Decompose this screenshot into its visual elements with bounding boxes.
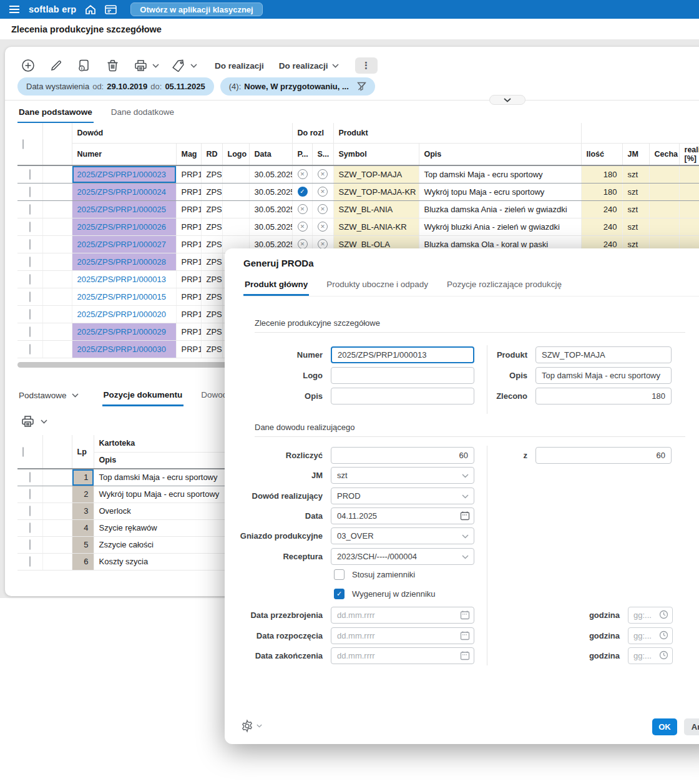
order-number-link[interactable]: 2025/ZPS/PRP1/000015 — [77, 292, 166, 301]
col-header-mag[interactable]: Mag — [176, 143, 201, 165]
col-header-cecha[interactable]: Cecha — [649, 143, 679, 165]
orders-tab[interactable]: Dane dodatkowe — [110, 105, 175, 124]
item-checkbox[interactable] — [29, 506, 31, 516]
order-number-link[interactable]: 2025/ZPS/PRP1/000030 — [77, 345, 166, 354]
jm-select[interactable]: szt — [331, 467, 474, 484]
gniazdo-select[interactable]: 03_OVER — [331, 527, 474, 544]
row-checkbox[interactable] — [29, 274, 31, 285]
stosuj-zamienniki-checkbox[interactable] — [334, 569, 345, 580]
order-number-link[interactable]: 2025/ZPS/PRP1/000020 — [77, 310, 166, 319]
more-actions-button[interactable]: ⋮ — [355, 57, 378, 74]
print-dropdown-chevron-icon[interactable] — [41, 419, 47, 424]
calendar-icon[interactable] — [460, 650, 470, 660]
col-header-s[interactable]: S... — [312, 143, 333, 165]
collapse-filters-button[interactable] — [489, 95, 525, 105]
z-input[interactable] — [535, 447, 672, 464]
row-checkbox[interactable] — [29, 344, 31, 355]
open-classic-app-button[interactable]: Otwórz w aplikacji klasycznej — [130, 2, 262, 16]
row-checkbox[interactable] — [29, 257, 31, 267]
item-checkbox[interactable] — [29, 522, 31, 533]
dialog-tab[interactable]: Produkty uboczne i odpady — [325, 277, 429, 296]
order-number-link[interactable]: 2025/ZPS/PRP1/000023 — [77, 170, 166, 179]
print-dropdown-chevron-icon[interactable] — [152, 64, 159, 68]
add-icon[interactable] — [19, 56, 37, 75]
duplicate-info-icon[interactable] — [75, 56, 94, 75]
lower-tab[interactable]: Pozycje dokumentu — [102, 388, 184, 406]
receptura-select[interactable]: 2023/SCH/----/000004 — [331, 548, 474, 565]
row-checkbox[interactable] — [29, 187, 31, 197]
col-header-numer[interactable]: Numer — [72, 143, 176, 165]
delete-icon[interactable] — [103, 56, 122, 75]
date-input[interactable] — [331, 607, 474, 624]
select-all-checkbox[interactable] — [22, 139, 24, 149]
col-header-lp[interactable]: Lp — [72, 435, 94, 469]
print-icon[interactable] — [131, 56, 150, 75]
order-row[interactable]: 2025/ZPS/PRP1/000026 PRP1 ZPS 30.05.2025… — [17, 218, 699, 235]
orders-tab[interactable]: Dane podstawowe — [17, 105, 94, 124]
produkt-opis-input[interactable] — [535, 367, 672, 384]
order-row[interactable]: 2025/ZPS/PRP1/000025 PRP1 ZPS 30.05.2025… — [17, 200, 699, 218]
col-header-realiz[interactable]: realiz [%] — [679, 143, 699, 165]
calendar-icon[interactable] — [460, 610, 470, 620]
row-checkbox[interactable] — [29, 292, 31, 302]
date-input[interactable] — [331, 627, 474, 644]
clock-icon[interactable] — [659, 610, 668, 619]
item-checkbox[interactable] — [29, 556, 31, 567]
order-number-link[interactable]: 2025/ZPS/PRP1/000013 — [77, 275, 166, 284]
tag-icon[interactable] — [169, 56, 188, 75]
news-panel-icon[interactable] — [105, 5, 117, 14]
clear-filter-icon[interactable] — [357, 82, 366, 91]
view-selector[interactable]: Podstawowe — [17, 388, 80, 406]
col-header-opis[interactable]: Opis — [419, 143, 581, 165]
dialog-tab[interactable]: Pozycje rozliczające produkcję — [446, 277, 563, 296]
dialog-settings-control[interactable] — [240, 719, 262, 733]
row-checkbox[interactable] — [29, 169, 31, 180]
cancel-button[interactable]: Anuluj — [684, 718, 699, 735]
clock-icon[interactable] — [659, 630, 668, 640]
status-filter-chip[interactable]: (4): Nowe, W przygotowaniu, ... — [220, 77, 375, 96]
edit-icon[interactable] — [47, 56, 66, 75]
date-input[interactable] — [331, 647, 474, 664]
col-header-symbol[interactable]: Symbol — [333, 143, 419, 165]
col-header-jm[interactable]: JM — [622, 143, 649, 165]
zlecono-input[interactable] — [535, 388, 672, 404]
data-input[interactable] — [331, 507, 474, 524]
calendar-icon[interactable] — [460, 630, 470, 640]
hamburger-menu-icon[interactable] — [9, 5, 20, 14]
item-checkbox[interactable] — [29, 472, 31, 483]
items-select-all-checkbox[interactable] — [22, 447, 24, 457]
row-checkbox[interactable] — [29, 309, 31, 320]
tag-dropdown-chevron-icon[interactable] — [190, 64, 197, 68]
order-row[interactable]: 2025/ZPS/PRP1/000024 PRP1 ZPS 30.05.2025… — [17, 183, 699, 200]
item-checkbox[interactable] — [29, 539, 31, 550]
order-number-link[interactable]: 2025/ZPS/PRP1/000029 — [77, 327, 166, 336]
row-checkbox[interactable] — [29, 239, 31, 250]
ok-button[interactable]: OK — [652, 718, 677, 735]
dowod-realizujacy-select[interactable]: PROD — [331, 488, 474, 504]
order-number-link[interactable]: 2025/ZPS/PRP1/000025 — [77, 205, 166, 214]
home-icon[interactable] — [85, 4, 96, 15]
col-header-data[interactable]: Data — [249, 143, 292, 165]
order-number-link[interactable]: 2025/ZPS/PRP1/000026 — [77, 222, 166, 232]
wygeneruj-checkbox[interactable]: ✓ — [334, 589, 345, 599]
order-number-link[interactable]: 2025/ZPS/PRP1/000024 — [77, 187, 166, 197]
order-number-link[interactable]: 2025/ZPS/PRP1/000027 — [77, 240, 166, 249]
dialog-tab[interactable]: Produkt główny — [243, 277, 309, 296]
row-checkbox[interactable] — [29, 204, 31, 215]
row-checkbox[interactable] — [29, 326, 31, 337]
produkt-input[interactable] — [535, 346, 672, 363]
do-realizacji-dropdown-button[interactable]: Do realizacji — [279, 61, 339, 71]
do-realizacji-button[interactable]: Do realizacji — [215, 61, 264, 71]
col-header-logo[interactable]: Logo — [222, 143, 249, 165]
col-header-ilosc[interactable]: Ilość — [581, 143, 622, 165]
calendar-icon[interactable] — [460, 511, 470, 521]
date-filter-chip[interactable]: Data wystawienia od: 29.10.2019 do: 05.1… — [17, 77, 214, 96]
col-header-rd[interactable]: RD — [201, 143, 222, 165]
order-number-link[interactable]: 2025/ZPS/PRP1/000028 — [77, 257, 166, 267]
row-checkbox[interactable] — [29, 222, 31, 232]
clock-icon[interactable] — [659, 650, 668, 660]
item-checkbox[interactable] — [29, 489, 31, 499]
col-header-p[interactable]: P... — [292, 143, 312, 165]
print-icon[interactable] — [21, 415, 34, 428]
order-row[interactable]: 2025/ZPS/PRP1/000023 PRP1 ZPS 30.05.2025… — [17, 165, 699, 183]
